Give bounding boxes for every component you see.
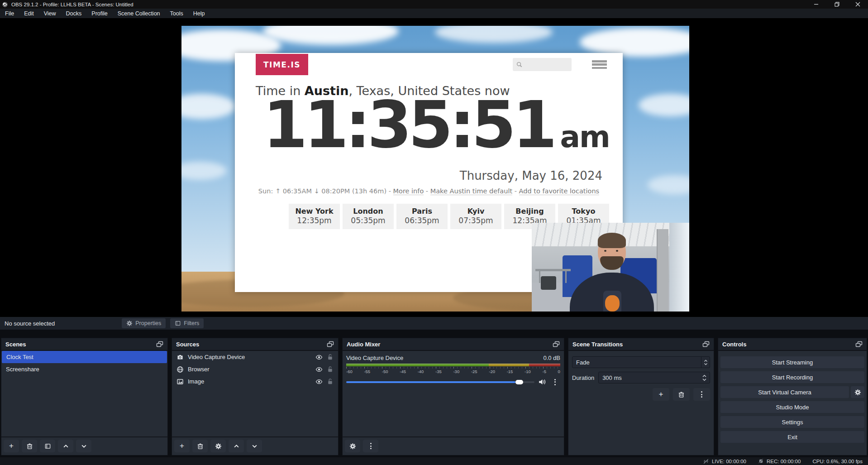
scene-item-screenshare[interactable]: Screenshare <box>1 363 167 375</box>
remove-scene-button[interactable] <box>22 440 37 452</box>
audio-mixer-title: Audio Mixer <box>347 341 380 348</box>
popout-icon[interactable] <box>156 341 163 347</box>
menu-file[interactable]: File <box>0 9 19 18</box>
menu-profile[interactable]: Profile <box>86 9 112 18</box>
lock-icon[interactable] <box>327 366 334 373</box>
controls-title: Controls <box>722 341 746 348</box>
virtual-camera-settings-button[interactable] <box>851 386 864 398</box>
source-item-image[interactable]: Image <box>172 375 338 388</box>
volume-slider-handle[interactable] <box>515 380 523 384</box>
chevron-up-icon <box>234 444 239 448</box>
popout-icon[interactable] <box>702 341 710 347</box>
controls-header[interactable]: Controls <box>718 338 867 351</box>
remove-source-button[interactable] <box>192 440 208 452</box>
menu-scene-collection[interactable]: Scene Collection <box>113 9 165 18</box>
lock-icon[interactable] <box>327 354 334 360</box>
duration-value: 300 ms <box>602 374 622 381</box>
filter-icon <box>175 320 181 326</box>
image-icon <box>176 378 184 385</box>
source-item-browser[interactable]: Browser <box>172 363 338 375</box>
add-transition-button[interactable]: + <box>653 388 669 401</box>
source-down-button[interactable] <box>247 440 262 452</box>
studio-mode-button[interactable]: Studio Mode <box>720 401 864 413</box>
transition-menu-button[interactable] <box>693 388 710 401</box>
cloud <box>181 162 227 180</box>
scenes-header[interactable]: Scenes <box>1 338 167 351</box>
gear-icon <box>854 389 861 396</box>
chevron-down-icon <box>252 444 258 448</box>
start-virtual-camera-button[interactable]: Start Virtual Camera <box>720 386 849 398</box>
remove-transition-button[interactable] <box>673 388 690 401</box>
favorite-link: Add to favorite locations <box>519 187 600 195</box>
preview-canvas[interactable]: TIME.IS Time in Austin, Texas, United St… <box>0 18 868 317</box>
rec-status: REC: 00:00:00 <box>758 458 801 464</box>
mixer-menu-button[interactable] <box>363 440 378 452</box>
meter-ticks <box>346 367 560 369</box>
exit-button[interactable]: Exit <box>720 431 864 443</box>
timeis-search-box <box>513 58 572 71</box>
scene-transitions-panel: Scene Transitions Fade Duration <box>568 338 714 455</box>
window-title: OBS 29.1.2 - Profile: LLHLS BETA - Scene… <box>11 2 134 7</box>
mixer-level-db: 0.0 dB <box>543 355 560 361</box>
scene-down-button[interactable] <box>76 440 91 452</box>
lock-icon[interactable] <box>327 378 334 385</box>
visibility-eye-icon[interactable] <box>315 354 323 361</box>
source-toolbar: No source selected Properties Filters <box>0 317 868 330</box>
transition-select-arrows[interactable] <box>701 357 710 368</box>
live-off-icon <box>703 458 709 465</box>
speaker-icon[interactable] <box>538 378 546 386</box>
popout-icon[interactable] <box>327 341 334 347</box>
settings-button[interactable]: Settings <box>720 416 864 428</box>
menu-docks[interactable]: Docks <box>61 9 87 18</box>
office-pillar <box>657 229 668 312</box>
gear-icon <box>126 320 133 326</box>
live-status: LIVE: 00:00:00 <box>703 458 746 465</box>
office-window <box>669 223 689 312</box>
scene-filters-button[interactable] <box>40 440 55 452</box>
source-item-video-capture[interactable]: Video Capture Device <box>172 351 338 363</box>
audio-mixer-header[interactable]: Audio Mixer <box>343 338 564 351</box>
menu-edit[interactable]: Edit <box>19 9 39 18</box>
menu-view[interactable]: View <box>39 9 61 18</box>
timeis-logo: TIME.IS <box>256 54 308 75</box>
close-button[interactable] <box>847 0 868 9</box>
volume-meter <box>346 364 560 366</box>
sources-header[interactable]: Sources <box>172 338 338 351</box>
advanced-audio-button[interactable] <box>345 440 360 452</box>
obs-logo-icon <box>2 2 8 7</box>
chevron-down-icon <box>81 444 87 448</box>
kebab-menu-icon <box>701 391 702 398</box>
hamburger-menu-icon <box>592 60 607 69</box>
cpu-fps-status: CPU: 0.6%, 30.00 fps <box>812 459 863 464</box>
world-clock: New York12:35pm <box>289 204 340 229</box>
popout-icon[interactable] <box>855 341 863 347</box>
restore-button[interactable] <box>826 0 847 9</box>
start-recording-button[interactable]: Start Recording <box>720 371 864 383</box>
start-streaming-button[interactable]: Start Streaming <box>720 356 864 368</box>
properties-button[interactable]: Properties <box>122 318 166 328</box>
menu-tools[interactable]: Tools <box>165 9 188 18</box>
minimize-button[interactable] <box>806 0 826 9</box>
transition-selected-value: Fade <box>576 359 590 366</box>
transitions-header[interactable]: Scene Transitions <box>568 338 714 351</box>
controls-panel: Controls Start Streaming Start Recording… <box>718 338 867 455</box>
add-source-button[interactable]: + <box>174 440 190 452</box>
duration-input[interactable]: 300 ms <box>598 372 710 384</box>
cloud <box>263 26 399 45</box>
visibility-eye-icon[interactable] <box>315 378 323 385</box>
source-up-button[interactable] <box>229 440 244 452</box>
transition-select[interactable]: Fade <box>572 356 710 368</box>
source-properties-button[interactable] <box>210 440 226 452</box>
volume-slider[interactable] <box>346 381 534 383</box>
scene-up-button[interactable] <box>58 440 73 452</box>
filters-button[interactable]: Filters <box>170 318 204 328</box>
popout-icon[interactable] <box>553 341 560 347</box>
timeis-date: Thursday, May 16, 2024 <box>460 169 602 182</box>
world-clock: Kyiv07:35pm <box>450 204 501 229</box>
scene-item-clock-test[interactable]: Clock Test <box>2 351 167 363</box>
add-scene-button[interactable]: + <box>4 440 19 452</box>
duration-spin-arrows[interactable] <box>702 374 707 381</box>
visibility-eye-icon[interactable] <box>315 366 323 373</box>
mixer-channel-menu-button[interactable] <box>549 379 560 385</box>
menu-help[interactable]: Help <box>188 9 210 18</box>
